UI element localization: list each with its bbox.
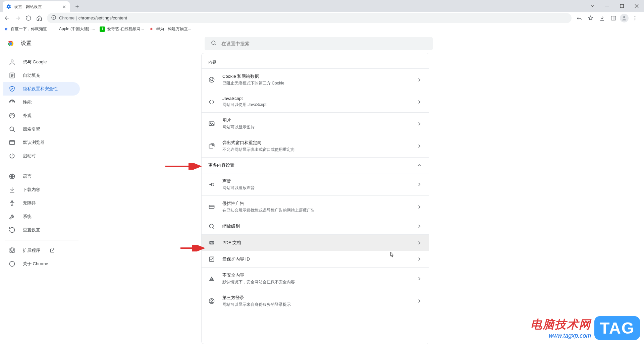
sidepanel-icon[interactable] — [608, 13, 619, 23]
sidebar-item-label: 下载内容 — [23, 187, 40, 193]
protected-icon — [208, 256, 215, 263]
setting-row-popup[interactable]: 弹出式窗口和重定向 不允许网站显示弹出式窗口或使用重定向 — [202, 135, 429, 157]
svg-point-16 — [12, 114, 12, 115]
sidebar-item-download[interactable]: 下载内容 — [3, 183, 80, 196]
row-title: 侵扰性广告 — [222, 200, 416, 207]
sidebar-item-person[interactable]: 您与 Google — [3, 55, 80, 69]
row-body: 不安全内容 默认情况下，安全网站会拦截不安全内容 — [222, 272, 416, 285]
bookmark-item-2[interactable]: i 爱奇艺-在线视频网... — [100, 26, 144, 32]
more-content-title: 更多内容设置 — [208, 162, 416, 168]
svg-point-25 — [212, 79, 213, 79]
window-minimize-button[interactable] — [600, 1, 614, 11]
settings-search[interactable] — [205, 37, 433, 50]
sidebar-item-label: 默认浏览器 — [23, 139, 45, 146]
sidebar-item-ext[interactable]: 扩展程序 — [3, 244, 80, 257]
row-body: Cookie 和网站数据 已阻止无痕模式下的第三方 Cookie — [222, 73, 416, 86]
address-bar[interactable]: Chrome | chrome://settings/content — [47, 13, 572, 23]
chevron-right-icon — [416, 99, 422, 105]
bookmark-star-icon[interactable] — [586, 13, 596, 23]
setting-row-image[interactable]: 图片 网站可以显示图片 — [202, 112, 429, 135]
site-info-icon[interactable] — [51, 15, 56, 21]
row-subtitle: 默认情况下，安全网站会拦截不安全内容 — [222, 279, 416, 285]
svg-point-4 — [623, 16, 625, 18]
sidebar-item-label: 语言 — [23, 173, 32, 179]
sidebar-item-autofill[interactable]: 自动填充 — [3, 69, 80, 82]
profile-avatar-button[interactable] — [620, 14, 629, 22]
close-icon[interactable] — [62, 4, 66, 9]
window-maximize-button[interactable] — [614, 1, 629, 11]
window-close-button[interactable] — [629, 1, 644, 11]
row-body: 第三方登录 网站可以显示来自身份服务的登录提示 — [222, 295, 416, 307]
setting-row-idcard[interactable]: 第三方登录 网站可以显示来自身份服务的登录提示 — [202, 290, 429, 312]
nav-forward-button[interactable] — [13, 13, 23, 23]
svg-point-6 — [635, 17, 636, 18]
svg-point-27 — [212, 80, 213, 81]
speed-icon — [9, 99, 15, 106]
setting-row-sound[interactable]: 声音 网站可以播放声音 — [202, 173, 429, 195]
chevron-right-icon — [416, 256, 422, 262]
setting-row-cookie[interactable]: Cookie 和网站数据 已阻止无痕模式下的第三方 Cookie — [202, 68, 429, 91]
row-subtitle: 网站可以显示图片 — [222, 124, 416, 130]
svg-point-15 — [11, 115, 11, 116]
tabs-dropdown-icon[interactable] — [585, 1, 600, 11]
svg-rect-35 — [209, 257, 214, 261]
sidebar-item-about[interactable]: 关于 Chrome — [3, 257, 80, 271]
settings-search-input[interactable] — [221, 41, 427, 46]
person-icon — [9, 59, 15, 65]
sidebar-item-globe[interactable]: 语言 — [3, 170, 80, 183]
sidebar-item-label: 系统 — [23, 214, 32, 220]
svg-rect-28 — [209, 122, 214, 126]
sidebar-item-speed[interactable]: 性能 — [3, 96, 80, 109]
sidebar-item-shield[interactable]: 隐私设置和安全性 — [3, 82, 80, 96]
setting-row-pdf[interactable]: PDF PDF 文档 — [202, 234, 429, 251]
setting-row-zoom[interactable]: 缩放级别 — [202, 218, 429, 234]
open-external-icon — [50, 248, 55, 253]
setting-row-warn[interactable]: 不安全内容 默认情况下，安全网站会拦截不安全内容 — [202, 267, 429, 290]
row-title: 缩放级别 — [222, 223, 416, 229]
sidebar-item-palette[interactable]: 外观 — [3, 109, 80, 122]
new-tab-button[interactable] — [72, 2, 82, 11]
browser-toolbar: Chrome | chrome://settings/content — [0, 12, 644, 24]
setting-row-protected[interactable]: 受保护内容 ID — [202, 251, 429, 267]
sidebar-item-label: 性能 — [23, 99, 32, 105]
sidebar-divider — [5, 166, 78, 166]
nav-home-button[interactable] — [34, 13, 44, 23]
row-body: JavaScript 网站可以使用 JavaScript — [222, 96, 416, 108]
nav-reload-button[interactable] — [23, 13, 34, 23]
svg-rect-19 — [10, 140, 15, 145]
bookmark-item-1[interactable]: Apple (中国大陆) -... — [52, 26, 95, 32]
row-subtitle: 网站可以播放声音 — [222, 185, 416, 191]
row-body: PDF 文档 — [222, 240, 416, 246]
gear-icon — [6, 4, 11, 9]
pdf-icon: PDF — [208, 239, 215, 246]
sidebar-item-wrench[interactable]: 系统 — [3, 210, 80, 223]
browser-tab[interactable]: 设置 - 网站设置 — [3, 1, 70, 12]
watermark-text-2: www.tagxp.com — [531, 332, 591, 339]
setting-row-code[interactable]: JavaScript 网站可以使用 JavaScript — [202, 91, 429, 112]
svg-point-5 — [635, 16, 636, 17]
globe-icon — [9, 173, 15, 180]
sound-icon — [208, 181, 215, 188]
sidebar-item-a11y[interactable]: 无障碍 — [3, 196, 80, 210]
sidebar-item-label: 自动填充 — [23, 72, 40, 78]
row-title: JavaScript — [222, 96, 416, 101]
share-icon[interactable] — [574, 13, 584, 23]
more-content-settings-header[interactable]: 更多内容设置 — [202, 157, 429, 173]
bookmark-favicon: ✺ — [149, 26, 154, 32]
setting-row-ads[interactable]: 侵扰性广告 在已知会展示侵扰性或误导性广告的网站上屏蔽广告 — [202, 195, 429, 218]
row-title: 弹出式窗口和重定向 — [222, 140, 416, 146]
row-subtitle: 在已知会展示侵扰性或误导性广告的网站上屏蔽广告 — [222, 208, 416, 213]
nav-back-button[interactable] — [2, 13, 12, 23]
sidebar-divider — [5, 240, 78, 240]
bookmark-item-0[interactable]: ✿ 百度一下，你就知道 — [3, 26, 47, 32]
sidebar-item-search[interactable]: 搜索引擎 — [3, 122, 80, 136]
downloads-icon[interactable] — [597, 13, 607, 23]
sidebar-item-restore[interactable]: 重置设置 — [3, 223, 80, 237]
bookmark-favicon — [52, 26, 57, 32]
overflow-menu-icon[interactable] — [630, 13, 640, 23]
content-settings-panel: 内容 Cookie 和网站数据 已阻止无痕模式下的第三方 Cookie Java… — [201, 53, 429, 344]
bookmark-item-3[interactable]: ✺ 华为 - 构建万物互... — [149, 26, 191, 32]
sidebar-item-browser[interactable]: 默认浏览器 — [3, 136, 80, 149]
sidebar-item-power[interactable]: 启动时 — [3, 149, 80, 163]
a11y-icon — [9, 200, 15, 207]
